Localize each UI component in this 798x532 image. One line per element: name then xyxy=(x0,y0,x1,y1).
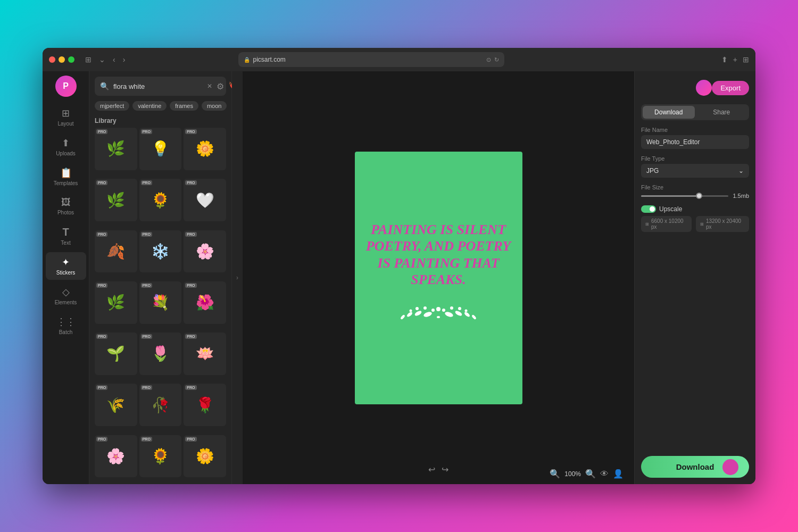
sidebar-toggle-icon[interactable]: ⊞ xyxy=(83,54,94,65)
sticker-item[interactable]: PRO🌿 xyxy=(95,281,137,324)
upscale-row: Upscale xyxy=(641,205,749,213)
file-type-select[interactable]: JPG ⌄ xyxy=(641,164,749,178)
sticker-item[interactable]: PRO🌻 xyxy=(139,179,182,221)
sticker-item[interactable]: PRO🌾 xyxy=(95,384,137,426)
sidebar-item-uploads[interactable]: ⬆ Uploads xyxy=(46,133,86,161)
sticker-item[interactable]: PRO🌹 xyxy=(184,384,226,426)
sidebar-item-layout[interactable]: ⊞ Layout xyxy=(46,103,86,131)
new-tab-icon[interactable]: + xyxy=(733,55,737,64)
zoom-out-icon[interactable]: 🔍 xyxy=(550,469,560,479)
sidebar-item-text[interactable]: T Text xyxy=(46,222,86,250)
svg-point-4 xyxy=(400,314,405,320)
chip-mjperfect[interactable]: mjperfect xyxy=(95,101,129,111)
zoom-level: 100% xyxy=(564,470,581,478)
sticker-item[interactable]: PRO💐 xyxy=(139,281,182,324)
chip-valentine[interactable]: valentine xyxy=(132,101,167,111)
upscale-opt-2[interactable]: ⊞ 13200 x 20400 px xyxy=(696,216,749,232)
sticker-item[interactable]: PRO💡 xyxy=(139,128,182,170)
sidebar-item-templates[interactable]: 📋 Templates xyxy=(46,163,86,190)
redo-icon[interactable]: ↪ xyxy=(442,464,448,475)
chip-frames[interactable]: frames xyxy=(170,101,198,111)
tab-download[interactable]: Download xyxy=(643,106,695,119)
sticker-item[interactable]: PRO🌿 xyxy=(95,179,137,221)
file-size-value: 1.5mb xyxy=(733,193,749,199)
file-size-row: 1.5mb xyxy=(641,193,749,199)
export-header: Export xyxy=(641,78,749,98)
svg-point-10 xyxy=(423,306,427,310)
design-card: PAINTING IS SILENT POETRY, AND POETRY IS… xyxy=(355,152,522,404)
svg-point-11 xyxy=(415,307,419,310)
export-btn-group: Export xyxy=(696,80,749,96)
svg-point-9 xyxy=(431,309,435,312)
grid-icon[interactable]: ⊞ xyxy=(743,55,749,64)
sticker-item[interactable]: PRO🌼 xyxy=(184,435,226,478)
upscale-toggle[interactable] xyxy=(641,205,656,213)
minimize-button[interactable] xyxy=(59,56,65,63)
clear-icon[interactable]: ✕ xyxy=(207,82,212,90)
download-button[interactable]: Download xyxy=(641,456,749,478)
sticker-item[interactable]: PRO🤍 xyxy=(184,179,226,221)
file-size-slider[interactable] xyxy=(641,195,728,197)
undo-icon[interactable]: ↩ xyxy=(428,464,435,475)
chip-moon[interactable]: moon xyxy=(202,101,227,111)
forward-icon[interactable]: › xyxy=(121,54,128,65)
file-type-label: File Type xyxy=(641,155,749,162)
sidebar-item-photos[interactable]: 🖼 Photos xyxy=(46,193,86,220)
design-quote: PAINTING IS SILENT POETRY, AND POETRY IS… xyxy=(365,221,512,288)
sidebar-item-batch[interactable]: ⋮⋮ Batch xyxy=(46,312,86,339)
search-input[interactable] xyxy=(113,82,203,90)
sticker-panel: 🔍 ✕ ⚙ 🔖 mjperfect valentine frames moon … xyxy=(89,71,232,484)
sticker-item[interactable]: PRO🌸 xyxy=(95,435,137,478)
design-ornament xyxy=(385,298,492,334)
sidebar-item-stickers[interactable]: ✦ Stickers xyxy=(46,252,86,280)
sticker-item[interactable]: PRO🌼 xyxy=(184,128,226,170)
sidebar-item-label: Uploads xyxy=(56,151,76,156)
sticker-item[interactable]: PRO🥀 xyxy=(139,384,182,426)
elements-icon: ◇ xyxy=(62,286,70,298)
reader-icon[interactable]: ⊙ xyxy=(486,56,491,63)
sticker-item[interactable]: PRO🌿 xyxy=(95,128,137,170)
refresh-icon[interactable]: ↻ xyxy=(494,56,499,63)
export-label: Export xyxy=(720,84,741,92)
address-bar[interactable]: 🔒 picsart.com ⊙ ↻ xyxy=(238,52,504,67)
user-icon[interactable]: 👤 xyxy=(613,469,624,479)
sticker-item[interactable]: PRO🌷 xyxy=(139,332,182,375)
back-icon[interactable]: ‹ xyxy=(111,54,118,65)
file-size-field: File Size 1.5mb xyxy=(641,184,749,199)
search-icon: 🔍 xyxy=(100,82,109,90)
upscale-opt-1[interactable]: ⊞ 6600 x 10200 px xyxy=(641,216,692,232)
sticker-item[interactable]: PRO🌸 xyxy=(184,230,226,273)
export-button[interactable]: Export xyxy=(712,81,749,95)
download-share-tabs: Download Share xyxy=(641,104,749,120)
svg-point-8 xyxy=(471,314,477,320)
traffic-lights xyxy=(49,56,74,63)
download-ping-animation xyxy=(722,459,738,475)
sticker-item[interactable]: PRO🌱 xyxy=(95,332,137,375)
svg-point-0 xyxy=(437,316,440,318)
file-name-input[interactable] xyxy=(641,135,749,149)
sticker-item[interactable]: PRO🌻 xyxy=(139,435,182,478)
share-icon[interactable]: ⬆ xyxy=(721,55,728,64)
chevron-down-icon[interactable]: ⌄ xyxy=(97,54,107,65)
picsart-logo[interactable]: P xyxy=(55,76,77,97)
user-avatar[interactable] xyxy=(696,80,712,96)
close-button[interactable] xyxy=(49,56,55,63)
filter-icon[interactable]: ⚙ xyxy=(217,81,224,92)
panel-collapse-handle[interactable]: › xyxy=(232,71,243,484)
sticker-item[interactable]: PRO🍂 xyxy=(95,230,137,273)
maximize-button[interactable] xyxy=(68,56,74,63)
sticker-item[interactable]: PRO🪷 xyxy=(184,332,226,375)
sticker-item[interactable]: PRO🌺 xyxy=(184,281,226,324)
nav-controls: ⊞ ⌄ ‹ › xyxy=(83,54,127,65)
chevron-left-icon: › xyxy=(236,274,238,281)
sticker-item[interactable]: PRO❄️ xyxy=(139,230,182,273)
svg-point-5 xyxy=(444,311,454,318)
zoom-in-icon[interactable]: 🔍 xyxy=(585,469,596,479)
sidebar-item-label: Stickers xyxy=(56,270,76,276)
ornament-svg xyxy=(385,298,492,330)
sidebar-item-elements[interactable]: ◇ Elements xyxy=(46,282,86,310)
eye-icon[interactable]: 👁 xyxy=(600,469,609,479)
svg-point-15 xyxy=(458,307,461,310)
titlebar-actions: ⬆ + ⊞ xyxy=(721,55,749,64)
tab-share[interactable]: Share xyxy=(696,106,748,119)
